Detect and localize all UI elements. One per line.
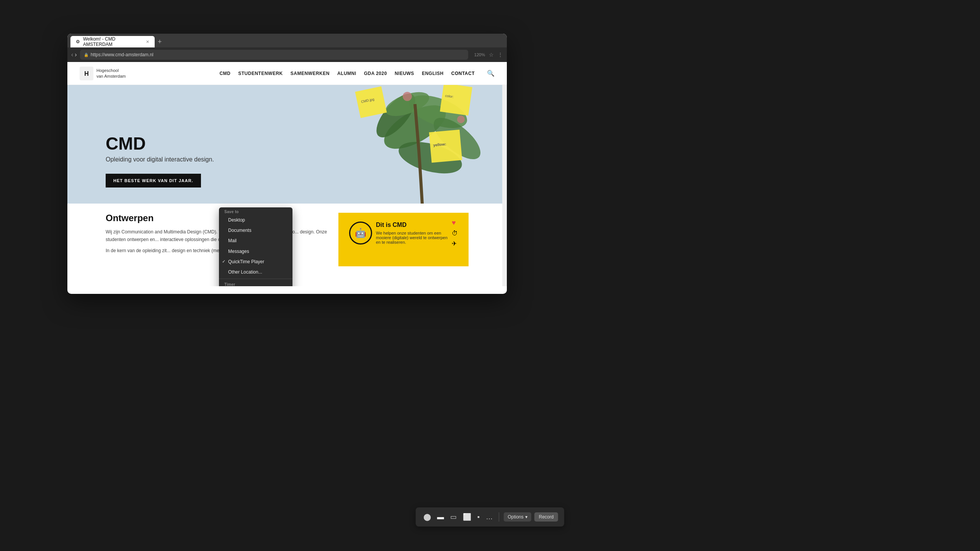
back-button[interactable]: ‹ <box>71 51 73 58</box>
address-box[interactable]: 🔒 https://www.cmd-amsterdam.nl <box>80 50 468 60</box>
options-chevron: ▾ <box>525 514 528 520</box>
address-bar-row: ‹ › 🔒 https://www.cmd-amsterdam.nl 120% … <box>67 47 507 62</box>
menu-item-desktop[interactable]: Desktop <box>219 215 292 225</box>
content-text-2: In de kern van de opleiding zit... desig… <box>106 247 331 254</box>
menu-divider-1 <box>219 279 292 279</box>
nav-studentenwerk[interactable]: STUDENTENWERK <box>238 71 283 76</box>
url-text: https://www.cmd-amsterdam.nl <box>91 52 154 57</box>
hero-cta-button[interactable]: HET BESTE WERK VAN DIT JAAR. <box>106 174 201 187</box>
nav-contact[interactable]: CONTACT <box>451 71 475 76</box>
hero-section: CMD.jpg color: yellow: CMD Opleiding voo… <box>67 85 507 204</box>
nav-gda2020[interactable]: GDA 2020 <box>364 71 387 76</box>
svg-point-15 <box>457 116 465 123</box>
menu-item-messages[interactable]: Messages <box>219 246 292 257</box>
options-button[interactable]: Options ▾ <box>504 512 531 522</box>
nav-buttons: ‹ › <box>71 51 77 58</box>
browser-window: ⚙ Welkom! - CMD AMSTERDAM ✕ + ‹ › 🔒 http… <box>67 34 507 294</box>
save-to-label: Save to <box>219 207 292 215</box>
tab-favicon: ⚙ <box>76 39 80 44</box>
logo-icon: H <box>80 67 93 80</box>
tab-close-icon[interactable]: ✕ <box>146 39 149 44</box>
record-mode-more[interactable]: … <box>484 512 494 523</box>
menu-item-documents[interactable]: Documents <box>219 225 292 236</box>
robot-icon: 🤖 <box>349 222 372 245</box>
dropdown-menu: Save to Desktop Documents Mail Messages … <box>219 207 292 286</box>
tab-bar: ⚙ Welkom! - CMD AMSTERDAM ✕ + <box>67 34 507 47</box>
content-right: 🤖 Dit is CMD We helpen onze studenten om… <box>338 213 469 266</box>
toolbar-divider <box>499 512 499 522</box>
tab-title: Welkom! - CMD AMSTERDAM <box>83 36 141 47</box>
nav-alumni[interactable]: ALUMNI <box>337 71 356 76</box>
record-button[interactable]: Record <box>534 512 559 522</box>
nav-samenwerken[interactable]: SAMENWERKEN <box>291 71 330 76</box>
svg-text:H: H <box>84 70 89 77</box>
more-icon[interactable]: ⋮ <box>498 52 503 58</box>
search-button[interactable]: 🔍 <box>487 70 495 77</box>
site-navigation: CMD STUDENTENWERK SAMENWERKEN ALUMNI GDA… <box>219 70 495 77</box>
screen-recorder-toolbar: ⬤ ▬ ▭ ⬜ ▪ … Options ▾ Record <box>416 507 564 527</box>
menu-item-mail[interactable]: Mail <box>219 236 292 246</box>
send-icon: ✈ <box>452 240 458 247</box>
bookmark-icon[interactable]: ☆ <box>489 52 494 58</box>
content-text: Wij zijn Communication and Multimedia De… <box>106 228 331 244</box>
content-left: Ontwerpen Wij zijn Communication and Mul… <box>106 213 331 266</box>
hero-title: CMD <box>106 135 214 152</box>
hero-plant-decoration: CMD.jpg color: yellow: <box>338 85 484 204</box>
new-tab-button[interactable]: + <box>155 38 165 46</box>
heart-icon: ♥ <box>452 219 458 227</box>
nav-nieuws[interactable]: NIEUWS <box>395 71 414 76</box>
logo-text: Hogeschool van Amsterdam <box>96 68 126 79</box>
nav-english[interactable]: ENGLISH <box>422 71 444 76</box>
options-label: Options <box>508 514 523 520</box>
menu-item-other-location[interactable]: Other Location... <box>219 267 292 277</box>
site-logo: H Hogeschool van Amsterdam <box>80 67 126 80</box>
website-content: H Hogeschool van Amsterdam CMD STUDENTEN… <box>67 62 507 286</box>
hero-content: CMD Opleiding voor digital interactive d… <box>106 135 214 187</box>
browser-right-controls: 120% ☆ ⋮ <box>474 52 503 58</box>
site-header: H Hogeschool van Amsterdam CMD STUDENTEN… <box>67 62 507 85</box>
record-mode-fullscreen[interactable]: ▬ <box>436 512 446 523</box>
lock-icon: 🔒 <box>84 53 88 57</box>
zoom-level: 120% <box>474 52 485 57</box>
forward-button[interactable]: › <box>75 51 77 58</box>
record-mode-circle[interactable]: ⬤ <box>422 511 433 523</box>
record-mode-thumb[interactable]: ▪ <box>476 512 481 523</box>
record-mode-area[interactable]: ⬜ <box>461 511 473 523</box>
record-mode-window[interactable]: ▭ <box>449 511 458 523</box>
browser-tab-active[interactable]: ⚙ Welkom! - CMD AMSTERDAM ✕ <box>70 36 155 47</box>
menu-item-quicktime[interactable]: QuickTime Player <box>219 257 292 267</box>
svg-rect-10 <box>440 85 472 116</box>
svg-point-14 <box>403 92 412 101</box>
card-text: Dit is CMD We helpen onze studenten om e… <box>376 222 448 245</box>
content-title: Ontwerpen <box>106 213 331 223</box>
svg-rect-8 <box>355 86 387 118</box>
timer-label: Timer <box>219 280 292 286</box>
nav-cmd[interactable]: CMD <box>219 71 230 76</box>
scrollbar[interactable] <box>502 62 507 286</box>
clock-icon: ⏱ <box>452 230 458 237</box>
hero-subtitle: Opleiding voor digital interactive desig… <box>106 156 214 163</box>
card-icons: ♥ ⏱ ✈ <box>452 219 458 247</box>
video-card: 🤖 Dit is CMD We helpen onze studenten om… <box>338 213 469 266</box>
